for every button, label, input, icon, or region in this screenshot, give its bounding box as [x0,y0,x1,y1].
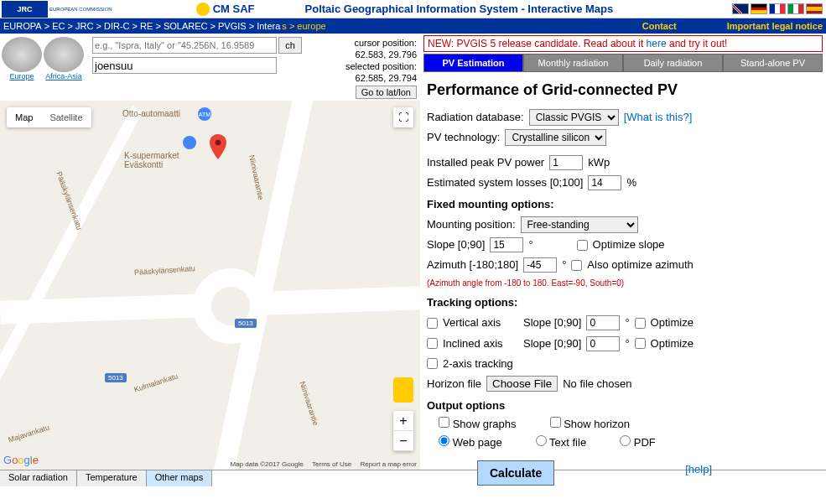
rad-db-select[interactable]: Classic PVGIS [529,109,619,126]
cmsaf-text: CM SAF [213,3,255,15]
go-latlon-button[interactable]: Go to lat/lon [356,86,417,99]
track-slope-input2[interactable] [586,336,620,351]
optimize-slope-checkbox[interactable] [577,240,588,251]
news-banner: NEW: PVGIS 5 release candidate. Read abo… [423,35,823,52]
news-link[interactable]: here [647,38,667,49]
output-web-radio[interactable] [439,435,449,446]
optimize-label: Optimize [651,314,694,332]
track-slope-label2: Slope [0;90] [523,335,581,353]
output-text-radio[interactable] [536,435,547,446]
footer-tab-solar[interactable]: Solar radiation [0,470,77,486]
header-bar: JRC EUROPEAN COMMISSION CM SAF Poltaic G… [0,0,826,18]
output-text-label: Text file [549,436,586,449]
mount-select[interactable]: Free-standing [521,216,638,233]
tab-daily[interactable]: Daily radiation [623,54,723,72]
show-graphs-checkbox[interactable] [439,417,449,428]
globe-africa[interactable]: Africa-Asia [44,37,84,81]
calculate-button[interactable]: Calculate [477,460,554,486]
cursor-label: cursor position: [345,37,417,49]
bc-item[interactable]: DIR-C [104,21,130,31]
contact-link[interactable]: Contact [642,21,677,31]
optimize-azimuth-checkbox[interactable] [571,260,582,271]
street-label: Pääskylänsenkatu [134,264,196,277]
fixed-mounting-header: Fixed mounting options: [427,195,819,214]
footer-tab-other[interactable]: Other maps [147,470,212,486]
two-axis-label: 2-axis tracking [443,355,513,373]
horizon-label: Horizon file [427,375,481,393]
peak-unit: kWp [588,153,610,172]
shop-icon[interactable] [183,136,196,149]
atm-icon[interactable]: ATM [198,107,211,121]
inclined-axis-label: Inclined axis [443,335,518,353]
inclined-axis-checkbox[interactable] [427,338,438,349]
map-marker[interactable] [210,134,226,159]
loss-input[interactable] [588,175,621,190]
bc-item[interactable]: PVGIS [218,21,247,31]
terms-link[interactable]: Terms of Use [312,460,351,468]
globe-europe[interactable]: Europe [2,37,42,81]
output-pdf-radio[interactable] [620,435,631,446]
bc-item[interactable]: SOLAREC [164,21,208,31]
language-flags [732,3,823,14]
show-horizon-checkbox[interactable] [550,417,561,428]
optimize-track-checkbox2[interactable] [635,338,646,349]
svg-point-0 [216,140,221,146]
flag-es[interactable] [806,3,823,14]
ec-label: EUROPEAN COMMISSION [49,7,112,12]
loss-label: Estimated system losses [0;100] [427,174,583,192]
cursor-value: 62.583, 29.796 [345,49,417,60]
peak-input[interactable] [549,155,583,170]
show-horizon-label: Show horizon [564,418,630,430]
map-attribution: Map data ©2017 Google Terms of Use Repor… [224,460,417,468]
vertical-axis-checkbox[interactable] [427,318,438,329]
selected-value: 62.585, 29.794 [345,72,417,84]
bc-item[interactable]: Intera [257,21,280,31]
slope-input[interactable] [490,237,523,252]
two-axis-checkbox[interactable] [427,358,438,369]
flag-uk[interactable] [732,3,749,14]
what-is-this-link[interactable]: [What is this?] [624,108,693,127]
footer-tab-temperature[interactable]: Temperature [77,470,147,486]
bc-item[interactable]: EUROPA [3,21,42,31]
tracking-header: Tracking options: [427,294,819,312]
no-file-label: No file chosen [563,375,631,393]
pegman-icon[interactable] [393,377,413,403]
map-type-map[interactable]: Map [7,107,41,127]
fullscreen-button[interactable]: ⛶ [393,107,413,127]
peak-label: Installed peak PV power [427,153,544,172]
flag-it[interactable] [787,3,804,14]
tab-standalone[interactable]: Stand-alone PV [723,54,823,72]
show-graphs-label: Show graphs [453,418,517,430]
poi-otto[interactable]: Otto-automaatti [122,109,180,118]
bc-item[interactable]: RE [140,21,153,31]
panel-title: Performance of Grid-connected PV [427,77,819,103]
deg-label: ° [562,256,566,274]
location-input[interactable] [92,57,277,74]
map-type-satellite[interactable]: Satellite [41,107,91,127]
pvtech-select[interactable]: Crystalline silicon [505,129,606,146]
choose-file-button[interactable]: Choose File [486,376,558,392]
road-number: 5013 [235,319,257,328]
tab-pv-estimation[interactable]: PV Estimation [423,54,523,72]
zoom-out-button[interactable]: − [393,431,413,451]
bc-item[interactable]: EC [52,21,65,31]
help-link[interactable]: [help] [685,460,712,479]
optimize-track-checkbox[interactable] [635,318,646,329]
flag-fr[interactable] [769,3,786,14]
flag-de[interactable] [751,3,767,14]
bc-item[interactable]: JRC [75,21,93,31]
search-button[interactable]: ch [278,37,302,54]
track-slope-input[interactable] [586,315,620,330]
tab-monthly[interactable]: Monthly radiation [523,54,623,72]
search-input[interactable] [92,37,277,54]
map-data-label: Map data ©2017 Google [231,460,304,468]
report-error-link[interactable]: Report a map error [360,460,417,468]
selected-label: selected position: [345,60,417,72]
zoom-in-button[interactable]: + [393,411,413,431]
azimuth-label: Azimuth [-180;180] [427,256,518,274]
globe-africa-label: Africa-Asia [44,72,84,81]
poi-ksuper[interactable]: K-supermarket Eväskontti [124,151,179,169]
legal-link[interactable]: Important legal notice [727,21,823,31]
map-canvas[interactable]: Map Satellite ⛶ Otto-automaatti ATM K-su… [0,101,420,470]
azimuth-input[interactable] [523,257,557,273]
